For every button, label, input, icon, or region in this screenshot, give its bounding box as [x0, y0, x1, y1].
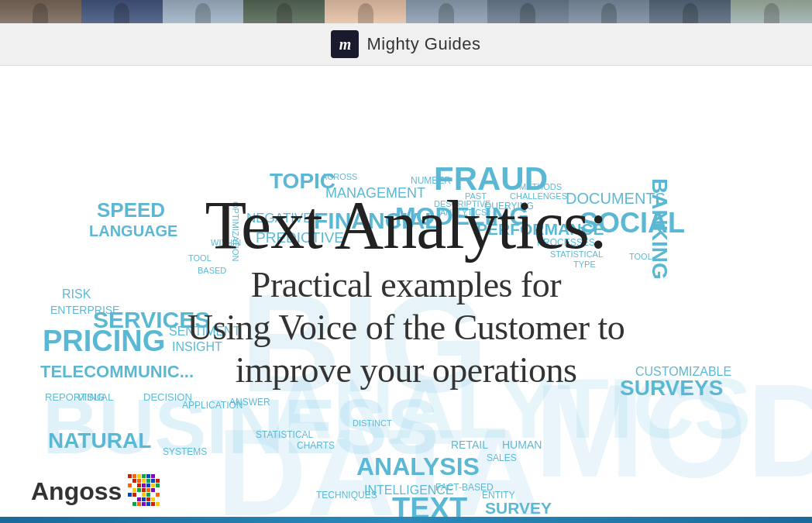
svg-rect-76: [137, 483, 141, 487]
photo-10: [731, 0, 812, 23]
svg-rect-69: [132, 479, 136, 483]
photo-9: [649, 0, 731, 23]
brand-name: Mighty Guides: [366, 34, 480, 54]
svg-rect-97: [142, 502, 146, 506]
svg-rect-89: [146, 493, 150, 497]
svg-rect-77: [142, 483, 146, 487]
svg-rect-67: [146, 474, 150, 478]
svg-rect-92: [142, 497, 146, 501]
photo-1: [0, 0, 81, 23]
photo-3: [163, 0, 244, 23]
photo-8: [569, 0, 650, 23]
mighty-guides-logo-icon: m: [331, 30, 359, 58]
photo-7: [487, 0, 569, 23]
bottom-bar: [0, 517, 812, 523]
svg-rect-95: [132, 502, 136, 506]
svg-rect-82: [137, 488, 141, 492]
svg-rect-84: [146, 488, 150, 492]
svg-rect-85: [151, 488, 155, 492]
svg-text:HUMAN: HUMAN: [502, 439, 542, 451]
svg-text:TECHNIQUES: TECHNIQUES: [316, 490, 377, 501]
svg-text:SURVEY: SURVEY: [485, 499, 552, 517]
svg-rect-64: [132, 474, 136, 478]
svg-rect-72: [146, 479, 150, 483]
svg-text:ANSWER: ANSWER: [229, 397, 270, 408]
svg-text:SALES: SALES: [487, 452, 517, 463]
header-bar: m Mighty Guides: [0, 23, 812, 66]
svg-text:RISK: RISK: [62, 287, 91, 301]
svg-rect-78: [146, 483, 150, 487]
svg-rect-100: [156, 502, 160, 506]
photo-4: [243, 0, 325, 23]
svg-text:STATISTICAL: STATISTICAL: [256, 429, 314, 440]
svg-rect-86: [128, 493, 132, 497]
svg-rect-63: [128, 474, 132, 478]
svg-rect-94: [151, 497, 155, 501]
svg-rect-83: [142, 488, 146, 492]
svg-rect-87: [132, 493, 136, 497]
svg-text:ENTITY: ENTITY: [482, 490, 515, 501]
svg-text:ANALYSIS: ANALYSIS: [356, 452, 480, 480]
sub-title-line3: Using Voice of the Customer to: [188, 308, 625, 347]
photo-strip: [0, 0, 812, 23]
svg-text:RETAIL: RETAIL: [451, 439, 488, 451]
angoss-pixel-logo: [128, 474, 163, 509]
svg-rect-66: [142, 474, 146, 478]
svg-rect-81: [132, 488, 136, 492]
svg-text:SYSTEMS: SYSTEMS: [163, 446, 207, 457]
svg-rect-71: [142, 479, 146, 483]
svg-rect-98: [146, 502, 150, 506]
svg-rect-80: [156, 483, 160, 487]
svg-rect-96: [137, 502, 141, 506]
svg-rect-90: [156, 493, 160, 497]
svg-rect-75: [128, 483, 132, 487]
svg-rect-73: [151, 479, 155, 483]
svg-rect-88: [142, 493, 146, 497]
title-overlay: Text Analytics: Practical examples for U…: [104, 191, 708, 392]
svg-rect-93: [146, 497, 150, 501]
svg-rect-68: [151, 474, 155, 478]
logo-container: m Mighty Guides: [331, 30, 480, 58]
svg-text:ACROSS: ACROSS: [322, 172, 357, 181]
main-content: BIG DATA MOD BUSINESS ANALYTICS TOPIC MA…: [0, 66, 812, 517]
svg-text:NATURAL: NATURAL: [48, 428, 151, 452]
sub-title-line2: Practical examples for: [251, 265, 561, 305]
photo-5: [325, 0, 406, 23]
main-title: Text Analytics:: [104, 191, 708, 260]
sub-title: Practical examples for Using Voice of th…: [104, 263, 708, 392]
photo-6: [406, 0, 487, 23]
svg-rect-79: [151, 483, 155, 487]
photo-2: [81, 0, 163, 23]
svg-text:CHARTS: CHARTS: [297, 440, 335, 451]
angoss-name: Angoss: [31, 477, 122, 506]
svg-rect-99: [151, 502, 155, 506]
angoss-logo: Angoss: [31, 474, 163, 509]
svg-text:TEXT: TEXT: [392, 492, 467, 517]
sub-title-line4: improve your operations: [236, 350, 577, 390]
svg-text:VISUAL: VISUAL: [77, 391, 113, 403]
svg-rect-70: [137, 479, 141, 483]
svg-rect-65: [137, 474, 141, 478]
svg-rect-74: [156, 479, 160, 483]
svg-rect-91: [137, 497, 141, 501]
svg-text:DISTINCT: DISTINCT: [353, 418, 392, 428]
